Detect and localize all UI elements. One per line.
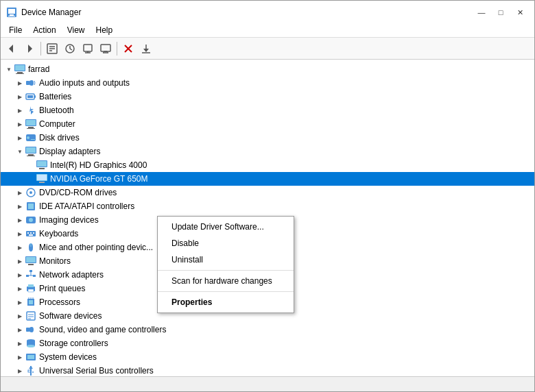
svg-rect-33: [27, 95, 33, 98]
context-menu-item-properties[interactable]: Properties: [158, 294, 294, 310]
svg-rect-1: [8, 9, 15, 14]
svg-rect-64: [26, 257, 36, 262]
toolbar-computer-btn[interactable]: [97, 40, 114, 57]
svg-marker-5: [28, 45, 32, 53]
tree-item-display[interactable]: ▼ Display adapters: [1, 145, 534, 158]
keyboards-label: Keyboards: [39, 229, 78, 238]
svg-rect-13: [84, 45, 92, 51]
svg-rect-60: [33, 232, 34, 234]
computer-item-icon: [25, 119, 36, 130]
expander-computer[interactable]: ▶: [14, 119, 25, 130]
processors-icon: [25, 297, 36, 308]
system-icon: [25, 352, 36, 363]
svg-rect-47: [39, 168, 45, 169]
svg-rect-58: [27, 232, 29, 234]
tree-item-batteries[interactable]: ▶ Batteries: [1, 90, 534, 103]
ide-label: IDE ATA/ATAPI controllers: [39, 201, 134, 211]
expander-bluetooth[interactable]: ▶: [14, 105, 25, 116]
computer-icon: [14, 64, 25, 75]
tree-item-diskdrives[interactable]: ▶ Disk drives: [1, 131, 534, 145]
context-menu: Update Driver Software... Disable Uninst…: [157, 216, 294, 313]
menu-view[interactable]: View: [62, 24, 91, 36]
menu-file[interactable]: File: [3, 24, 27, 36]
tree-item-root[interactable]: ▼ farrad: [1, 62, 534, 76]
expander-root[interactable]: ▼: [3, 64, 14, 75]
sound-icon: [25, 324, 36, 335]
tree-item-sound[interactable]: ▶ Sound, video and game controllers: [1, 323, 534, 336]
expander-batteries[interactable]: ▶: [14, 91, 25, 102]
maximize-button[interactable]: □: [492, 5, 510, 19]
svg-rect-76: [29, 300, 33, 304]
print-icon: [25, 283, 36, 294]
menu-action[interactable]: Action: [27, 24, 61, 36]
expander-diskdrives[interactable]: ▶: [14, 132, 25, 143]
expander-storage[interactable]: ▶: [14, 338, 25, 349]
toolbar-back-btn[interactable]: [3, 40, 20, 57]
tree-item-computer[interactable]: ▶ Computer: [1, 117, 534, 131]
bluetooth-icon: [25, 105, 36, 116]
expander-ide[interactable]: ▶: [14, 201, 25, 212]
tree-item-usb[interactable]: ▶ Universal Serial Bus controllers: [1, 364, 534, 376]
context-menu-item-disable[interactable]: Disable: [158, 235, 294, 252]
svg-marker-24: [143, 49, 149, 52]
expander-usb[interactable]: ▶: [14, 365, 25, 376]
expander-audio[interactable]: ▶: [14, 77, 25, 88]
svg-rect-50: [39, 182, 45, 183]
tree-item-ide[interactable]: ▶ IDE ATA/ATAPI controllers: [1, 199, 534, 213]
toolbar-update-btn[interactable]: [80, 40, 96, 57]
tree-item-dvd[interactable]: ▶ DVD/CD-ROM drives: [1, 186, 534, 199]
expander-software[interactable]: ▶: [14, 310, 25, 321]
context-menu-item-uninstall[interactable]: Uninstall: [158, 252, 294, 268]
expander-network[interactable]: ▶: [14, 269, 25, 280]
minimize-button[interactable]: —: [473, 5, 490, 19]
tree-item-storage[interactable]: ▶ Storage controllers: [1, 336, 534, 350]
device-tree[interactable]: ▼ farrad ▶: [1, 60, 534, 376]
computer-label: Computer: [39, 119, 75, 129]
expander-mice[interactable]: ▶: [14, 242, 25, 253]
expander-system[interactable]: ▶: [14, 352, 25, 363]
bluetooth-label: Bluetooth: [39, 106, 74, 115]
svg-rect-30: [26, 81, 29, 85]
expander-print[interactable]: ▶: [14, 283, 25, 294]
menu-help[interactable]: Help: [91, 24, 119, 36]
network-icon: [25, 269, 36, 280]
context-menu-item-scan[interactable]: Scan for hardware changes: [158, 273, 294, 289]
svg-rect-44: [27, 156, 35, 156]
dvd-icon: [25, 187, 36, 198]
toolbar-uninstall-btn[interactable]: [120, 40, 136, 57]
svg-rect-16: [101, 45, 110, 51]
usb-icon: [25, 365, 36, 376]
software-label: Software devices: [39, 311, 102, 321]
expander-imaging[interactable]: ▶: [14, 215, 25, 225]
expander-dvd[interactable]: ▶: [14, 187, 25, 198]
svg-rect-29: [16, 73, 24, 74]
expander-processors[interactable]: ▶: [14, 297, 25, 308]
toolbar-forward-btn[interactable]: [21, 40, 38, 57]
tree-item-system[interactable]: ▶ System devices: [1, 350, 534, 364]
tree-item-audio[interactable]: ▶ Audio inputs and outputs: [1, 76, 534, 90]
svg-rect-27: [15, 65, 25, 71]
display-icon: [25, 146, 36, 157]
svg-rect-84: [26, 328, 29, 332]
network-label: Network adapters: [39, 270, 104, 280]
toolbar-properties-btn[interactable]: [44, 40, 60, 57]
close-button[interactable]: ✕: [511, 5, 529, 19]
svg-rect-66: [29, 270, 32, 272]
tree-item-intel[interactable]: ▶ Intel(R) HD Graphics 4000: [1, 158, 534, 172]
content-area: ▼ farrad ▶: [1, 60, 534, 376]
expander-monitors[interactable]: ▶: [14, 256, 25, 267]
tree-item-nvidia[interactable]: ▶ NVIDIA GeForce GT 650M: [1, 172, 534, 186]
svg-point-39: [27, 136, 29, 139]
window-icon: [6, 7, 17, 18]
system-label: System devices: [39, 352, 97, 362]
expander-display[interactable]: ▼: [14, 146, 25, 157]
tree-item-bluetooth[interactable]: ▶ Bluetooth: [1, 103, 534, 117]
status-bar: [1, 376, 534, 391]
toolbar-download-btn[interactable]: [138, 40, 154, 57]
context-menu-item-update[interactable]: Update Driver Software...: [158, 219, 294, 235]
toolbar-scan-btn[interactable]: [62, 40, 78, 57]
expander-sound[interactable]: ▶: [14, 324, 25, 335]
svg-marker-91: [29, 366, 33, 369]
expander-keyboards[interactable]: ▶: [14, 228, 25, 239]
monitors-label: Monitors: [39, 256, 71, 266]
